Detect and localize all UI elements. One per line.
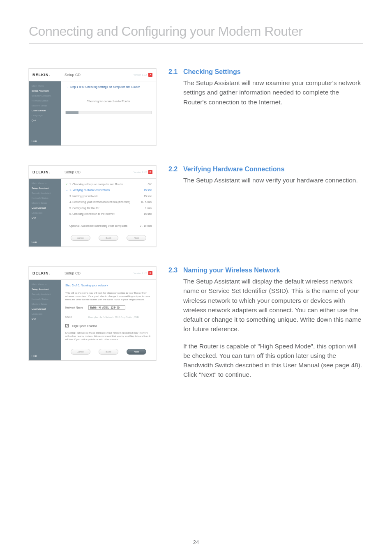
content: BELKIN. Setup CD Version 1.1.2 ✕ Main Me… xyxy=(29,68,363,380)
progress-bar xyxy=(65,111,152,114)
step-number: 2.2 xyxy=(168,166,183,173)
sidebar-item-help[interactable]: Help xyxy=(32,241,59,243)
sidebar-item-network-status[interactable]: Network Status xyxy=(32,298,59,300)
check-icon: ✓ xyxy=(65,183,68,186)
sidebar-item-language[interactable]: Language xyxy=(32,313,59,315)
intro-note: This will be the name you will look for … xyxy=(65,292,152,301)
cancel-button[interactable]: Cancel xyxy=(71,235,90,241)
back-button[interactable]: Back xyxy=(99,349,118,355)
screenshot-2-3: BELKIN. Setup CD Version 1.1.2 ✕ Main Me… xyxy=(29,267,156,361)
sidebar: Main Menu → Setup Assistant Security Ass… xyxy=(29,280,61,360)
sidebar: Main Menu → Setup Assistant Security Ass… xyxy=(29,81,61,145)
row-2-2: BELKIN. Setup CD Version 1.1.2 ✕ Main Me… xyxy=(29,166,363,247)
brand-logo: BELKIN. xyxy=(29,69,61,81)
sidebar-item-user-manual[interactable]: User Manual xyxy=(32,308,59,310)
high-speed-checkbox[interactable]: ✓ xyxy=(65,324,69,327)
high-speed-label: High Speed Enabled xyxy=(72,325,97,327)
cancel-button[interactable]: Cancel xyxy=(71,349,90,355)
sidebar-item-main-menu[interactable]: Main Menu → xyxy=(32,85,59,87)
network-name-label: Network Name xyxy=(65,306,86,309)
screenshot-2-2: BELKIN. Setup CD Version 1.1.2 ✕ Main Me… xyxy=(29,166,156,247)
high-speed-note: Enabling High Speed Mode increases your … xyxy=(65,332,152,341)
step-body: The Setup Assistant will now examine you… xyxy=(183,78,363,107)
step-body: The Setup Assistant will display the def… xyxy=(183,277,363,380)
setup-title: Setup CD xyxy=(65,271,81,275)
setup-title: Setup CD xyxy=(65,170,81,174)
sidebar-item-user-manual[interactable]: User Manual xyxy=(32,207,59,209)
sidebar-item-language[interactable]: Language xyxy=(32,212,59,214)
row-2-3: BELKIN. Setup CD Version 1.1.2 ✕ Main Me… xyxy=(29,267,363,380)
sidebar-item-security-assistant[interactable]: Security Assistant xyxy=(32,192,59,194)
screenshot-main: ✓1. Checking settings on computer and Ro… xyxy=(61,179,156,247)
ssid-hint: Examples: Jan's Network, 0915 Corp Stati… xyxy=(88,316,139,318)
sidebar-item-network-status[interactable]: Network Status xyxy=(32,99,59,102)
screenshot-main: Step 3 of 6: Naming your network This wi… xyxy=(61,280,156,360)
sidebar-item-main-menu[interactable]: Main Menu → xyxy=(32,283,59,286)
row-2-1: BELKIN. Setup CD Version 1.1.2 ✕ Main Me… xyxy=(29,68,363,146)
version-label: Version 1.1.2 xyxy=(134,74,147,76)
step-label: Step 1 of 6: Checking settings on comput… xyxy=(70,85,140,88)
step-number: 2.1 xyxy=(168,68,183,76)
sidebar-item-setup-assistant[interactable]: Setup Assistant xyxy=(32,90,59,92)
sidebar-item-language[interactable]: Language xyxy=(32,114,59,117)
sidebar-item-network-status[interactable]: Network Status xyxy=(32,197,59,199)
checking-text: Checking for connection to Router xyxy=(65,100,152,103)
sidebar-item-setup-assistant[interactable]: Setup Assistant xyxy=(32,288,59,290)
step-heading: Checking Settings xyxy=(183,68,363,76)
version-label: Version 1.1.2 xyxy=(134,272,147,274)
next-button[interactable]: Next xyxy=(127,349,146,355)
arrow-right-icon: → xyxy=(65,189,68,191)
page-title: Connecting and Configuring your Modem Ro… xyxy=(29,24,363,39)
version-label: Version 1.1.2 xyxy=(134,171,147,173)
sidebar-item-modem-setup[interactable]: Modem Setup xyxy=(32,303,59,305)
close-icon[interactable]: ✕ xyxy=(148,170,152,174)
screenshot-2-1: BELKIN. Setup CD Version 1.1.2 ✕ Main Me… xyxy=(29,68,156,146)
close-icon[interactable]: ✕ xyxy=(148,73,152,77)
sidebar: Main Menu → Setup Assistant Security Ass… xyxy=(29,179,61,247)
sidebar-item-user-manual[interactable]: User Manual xyxy=(32,109,59,112)
sidebar-item-security-assistant[interactable]: Security Assistant xyxy=(32,293,59,295)
ssid-label: SSID xyxy=(65,316,86,318)
network-name-input[interactable] xyxy=(88,305,125,310)
sidebar-item-help[interactable]: Help xyxy=(32,140,59,142)
step-heading: Verifying Hardware Connections xyxy=(183,166,363,173)
sidebar-item-modem-setup[interactable]: Modem Setup xyxy=(32,104,59,107)
sidebar-item-quit[interactable]: Quit xyxy=(32,217,59,219)
step-number: 2.3 xyxy=(168,267,183,274)
sidebar-item-main-menu[interactable]: Main Menu → xyxy=(32,182,59,184)
sidebar-item-security-assistant[interactable]: Security Assistant xyxy=(32,94,59,97)
setup-title: Setup CD xyxy=(65,73,81,77)
back-button[interactable]: Back xyxy=(99,235,118,241)
arrow-right-icon: → xyxy=(65,85,68,88)
title-rule xyxy=(29,43,363,44)
sidebar-item-help[interactable]: Help xyxy=(32,355,59,357)
step-body: The Setup Assistant will now verify your… xyxy=(183,175,363,185)
close-icon[interactable]: ✕ xyxy=(148,271,152,275)
sidebar-item-setup-assistant[interactable]: Setup Assistant xyxy=(32,187,59,189)
step-heading: Naming your Wireless Network xyxy=(183,267,363,274)
brand-logo: BELKIN. xyxy=(29,166,61,178)
step-label: Step 3 of 6: Naming your network xyxy=(65,284,152,287)
page-number: 24 xyxy=(0,539,392,545)
sidebar-item-modem-setup[interactable]: Modem Setup xyxy=(32,202,59,204)
brand-logo: BELKIN. xyxy=(29,267,61,279)
sidebar-item-quit[interactable]: Quit xyxy=(32,119,59,122)
sidebar-item-quit[interactable]: Quit xyxy=(32,318,59,320)
next-button[interactable]: Next xyxy=(127,235,146,241)
screenshot-main: →Step 1 of 6: Checking settings on compu… xyxy=(61,81,156,145)
